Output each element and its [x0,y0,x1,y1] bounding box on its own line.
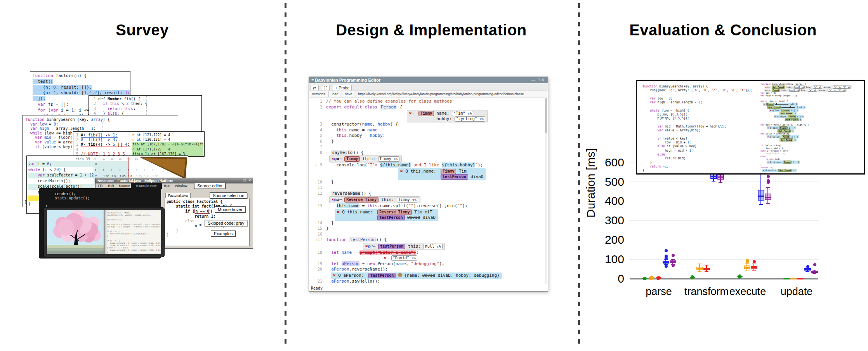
swap-icon[interactable]: ⇄ [337,156,339,161]
delete-icon[interactable]: ✖ [763,169,766,171]
probe-widget[interactable]: ✖ Q this.name: Timmy TimtestPerson divaD [398,168,486,180]
value-dropdown[interactable]: "David" ⇅% [391,255,417,261]
probe-chip[interactable]: Not Found [772,86,785,89]
delete-icon[interactable]: ✖ [767,161,770,163]
probe-widget[interactable]: ✖ Q aPerson: testPerson {name: David div… [331,272,502,279]
instance-widget[interactable]: ✖◐⇄⋯ Timmy this: Timmy ⇅% [329,155,402,162]
probe-chip[interactable]: Not Found [767,106,781,109]
probe-chip[interactable]: Not Found [785,118,799,121]
tab-versions[interactable]: versions [309,91,329,97]
tab-load[interactable]: load [329,91,342,97]
more-icon[interactable]: ⋯ [373,244,376,249]
probe-chip[interactable]: Not Found [778,129,791,133]
menu-item-edit[interactable]: Edit [108,184,115,188]
url-field[interactable]: https://lively-kernel.org/lively4/lively… [356,91,524,97]
hamburger-icon[interactable]: ≡ [311,78,314,82]
probe-chip[interactable]: Not Found [778,169,792,172]
link-icon[interactable]: % [396,157,398,161]
value-dropdown[interactable]: "cycling" ⇅% [455,116,485,122]
value-box[interactable]: "e" ⇅% [808,89,817,92]
probe-chip[interactable]: Found [772,89,780,92]
tab-save[interactable]: save [342,91,356,97]
menu-item-window[interactable]: Window [175,184,187,188]
frame-code-line: else if (value > key) [642,145,753,148]
example-badge[interactable]: Reverse Timmy [344,197,378,203]
trace-cell: t [95,168,96,172]
add-probe-button[interactable]: + Probe [333,85,352,91]
more-icon[interactable]: ⋯ [339,156,342,161]
editor-code-area[interactable]: 1// You can also define examples for cla… [309,98,545,285]
swap-icon[interactable]: ⇄ [370,244,373,249]
example-badge[interactable]: testPerson [368,273,396,278]
menu-item-run[interactable]: Run [164,184,170,188]
example-badge[interactable]: testPerson [441,174,468,180]
slider[interactable] [775,104,788,105]
delete-icon[interactable]: ✖ [333,273,336,278]
example-badge[interactable]: Reverse Timmy [377,210,411,215]
value-box[interactable]: null ⇅% [794,86,805,89]
probe-chip[interactable]: Found [782,135,790,138]
delete-icon[interactable]: ✖ [332,197,334,202]
menu-item-file[interactable]: File [98,184,104,188]
scrollbar-thumb[interactable] [545,98,547,133]
delete-icon[interactable]: ✖ [337,210,340,215]
value-box[interactable]: "g" ⇅% [813,86,822,89]
probe-chip[interactable]: Not Found [780,112,793,115]
delete-icon[interactable]: ✖ [764,103,766,105]
window-titlebar[interactable]: ≡ Babylonian Programming Editor [309,77,548,83]
value-dropdown[interactable]: Timmy ⇅% [378,156,399,162]
frame-annotated-line: ✖ Q value: Found c | e [760,135,862,138]
flat-mark [790,278,797,279]
delete-icon[interactable]: ✖ [767,136,770,138]
probe-widget[interactable]: ✖ Q this.name: Reverse Timmy Tim miTtest… [335,209,438,221]
value-box[interactable]: "a" to "f" ⇅% [833,86,851,89]
value-dropdown[interactable]: "Tim" ⇅% [452,111,473,116]
delete-icon[interactable]: ✖ [770,109,773,112]
probe-chip[interactable]: Found [766,103,774,106]
probe-chip[interactable]: Found [783,161,791,164]
swap-icon[interactable]: ⇄ [337,197,339,202]
minimize-icon[interactable]: — [531,77,537,82]
menu-item-source[interactable]: Source [119,184,130,188]
link-icon[interactable]: % [413,256,415,260]
eclipse-window-controls[interactable]: _ □ ✕ [239,178,252,182]
outlier-dot [665,265,668,268]
example-badge[interactable]: testPerson [377,215,404,220]
link-icon[interactable]: % [470,112,472,115]
delete-icon[interactable]: ✖ [332,156,334,161]
instance-widget[interactable]: ✖◐⇄⋯ Reverse Timmy this: Timmy ⇅% [329,196,420,203]
frame-icon-button[interactable]: ⛶ [322,85,329,91]
example-badge[interactable]: Timmy [344,156,360,162]
value-dropdown[interactable]: Timmy ⇅% [397,197,418,203]
probe-chip[interactable]: Found [781,109,790,112]
more-icon[interactable]: ⋯ [339,197,342,202]
example-badge[interactable]: testPerson [378,244,405,249]
value-dropdown[interactable]: null ⇅% [424,244,443,249]
link-icon[interactable]: % [481,117,483,121]
value-box[interactable]: "a" to "f" ⇅% [828,89,846,92]
kebab-icon[interactable]: ⋮ [412,111,416,116]
probe-chip[interactable]: Found [779,126,787,129]
example-widget[interactable]: ✖⋮ Timmyname: "Tim" ⇅%hobby: "cycling" ⇅… [407,110,488,122]
example-badge[interactable]: Timmy [441,169,456,174]
probe-chip[interactable]: Found [788,115,796,118]
window-controls[interactable]: —□✕ [531,77,546,83]
example-badge[interactable]: Timmy [418,111,434,116]
delete-icon[interactable]: ✖ [774,115,777,118]
eclipse-tab-factorial[interactable]: Factorial.java [165,193,191,198]
close-icon[interactable]: ✕ [541,77,546,82]
probe-chip[interactable]: Not Found [780,138,793,141]
delete-icon[interactable]: ✖ [400,169,403,174]
delete-icon[interactable]: ✖ [767,127,770,129]
delete-icon[interactable]: ✖ [384,255,389,260]
delete-icon[interactable]: ✖ [365,244,368,249]
delete-icon[interactable]: ✖ [409,111,412,116]
x-category-label: update [766,286,828,298]
link-icon[interactable]: % [439,244,441,248]
swap-icon-button[interactable]: ⇄ [311,85,319,91]
maximize-icon[interactable]: □ [537,77,541,82]
instance-widget[interactable]: ✖◐⇄⋯ testPerson this: null ⇅% [363,243,445,250]
link-icon[interactable]: % [414,198,416,202]
slider[interactable] [781,107,795,108]
value-box[interactable]: null ⇅% [789,89,800,92]
